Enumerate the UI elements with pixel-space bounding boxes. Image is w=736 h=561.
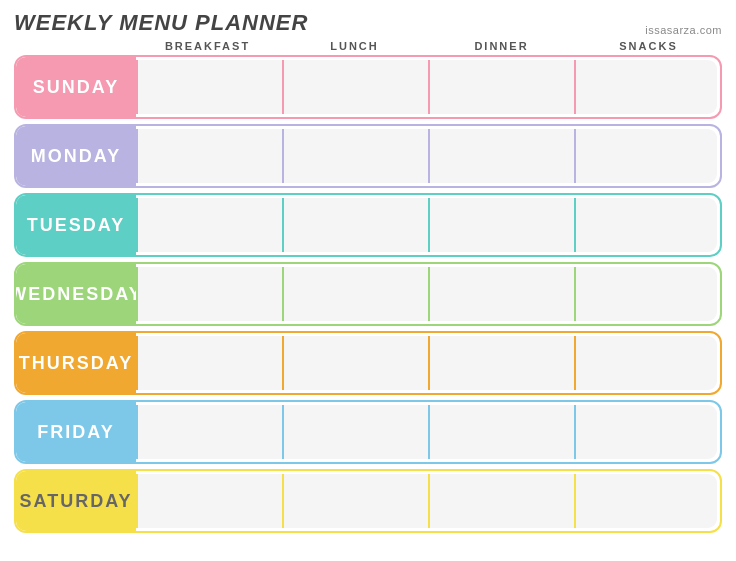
cell-monday-dinner[interactable]: [428, 129, 574, 183]
col-header-lunch: Lunch: [281, 40, 428, 52]
cell-saturday-snacks[interactable]: [574, 474, 717, 528]
planner-grid: SundayMondayTuesdayWednesdayThursdayFrid…: [14, 55, 722, 533]
cell-monday-snacks[interactable]: [574, 129, 717, 183]
cell-friday-breakfast[interactable]: [136, 405, 282, 459]
row-tuesday: Tuesday: [14, 193, 722, 257]
day-label-wednesday: Wednesday: [16, 264, 136, 324]
cell-tuesday-dinner[interactable]: [428, 198, 574, 252]
col-header-dinner: Dinner: [428, 40, 575, 52]
cell-wednesday-dinner[interactable]: [428, 267, 574, 321]
day-label-tuesday: Tuesday: [16, 195, 136, 255]
row-monday: Monday: [14, 124, 722, 188]
cell-saturday-breakfast[interactable]: [136, 474, 282, 528]
row-thursday: Thursday: [14, 331, 722, 395]
cell-tuesday-snacks[interactable]: [574, 198, 717, 252]
cell-thursday-lunch[interactable]: [282, 336, 428, 390]
page-header: Weekly Menu Planner issasarza.com: [14, 10, 722, 36]
cell-friday-lunch[interactable]: [282, 405, 428, 459]
cell-thursday-dinner[interactable]: [428, 336, 574, 390]
cell-monday-breakfast[interactable]: [136, 129, 282, 183]
day-label-friday: Friday: [16, 402, 136, 462]
column-headers: Breakfast Lunch Dinner Snacks: [14, 40, 722, 52]
day-label-monday: Monday: [16, 126, 136, 186]
cell-wednesday-lunch[interactable]: [282, 267, 428, 321]
cell-tuesday-lunch[interactable]: [282, 198, 428, 252]
cell-thursday-breakfast[interactable]: [136, 336, 282, 390]
cell-sunday-snacks[interactable]: [574, 60, 717, 114]
cell-wednesday-breakfast[interactable]: [136, 267, 282, 321]
day-label-saturday: Saturday: [16, 471, 136, 531]
cell-sunday-dinner[interactable]: [428, 60, 574, 114]
cell-monday-lunch[interactable]: [282, 129, 428, 183]
page-title: Weekly Menu Planner: [14, 10, 308, 36]
cell-friday-snacks[interactable]: [574, 405, 717, 459]
cell-saturday-dinner[interactable]: [428, 474, 574, 528]
cell-sunday-lunch[interactable]: [282, 60, 428, 114]
row-friday: Friday: [14, 400, 722, 464]
cell-wednesday-snacks[interactable]: [574, 267, 717, 321]
cell-thursday-snacks[interactable]: [574, 336, 717, 390]
cell-saturday-lunch[interactable]: [282, 474, 428, 528]
col-header-snacks: Snacks: [575, 40, 722, 52]
cell-tuesday-breakfast[interactable]: [136, 198, 282, 252]
day-label-sunday: Sunday: [16, 57, 136, 117]
site-name: issasarza.com: [645, 24, 722, 36]
row-wednesday: Wednesday: [14, 262, 722, 326]
cell-friday-dinner[interactable]: [428, 405, 574, 459]
day-label-thursday: Thursday: [16, 333, 136, 393]
row-sunday: Sunday: [14, 55, 722, 119]
cell-sunday-breakfast[interactable]: [136, 60, 282, 114]
col-header-day: [14, 40, 134, 52]
row-saturday: Saturday: [14, 469, 722, 533]
col-header-breakfast: Breakfast: [134, 40, 281, 52]
